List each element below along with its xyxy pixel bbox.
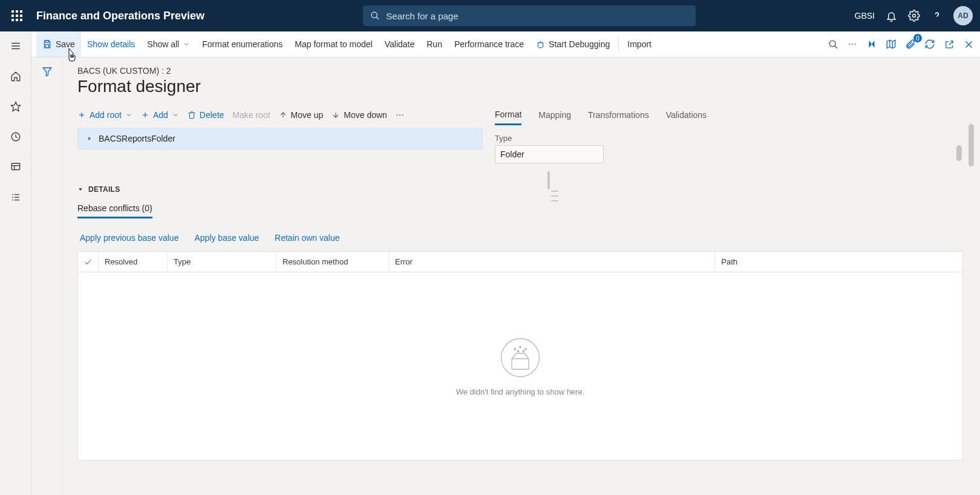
global-search-input[interactable] bbox=[385, 10, 688, 22]
apply-previous-base-link[interactable]: Apply previous base value bbox=[80, 233, 178, 243]
svg-marker-7 bbox=[11, 102, 20, 111]
add-root-button[interactable]: Add root bbox=[77, 110, 132, 120]
svg-rect-40 bbox=[512, 358, 529, 369]
map-format-button[interactable]: Map format to model bbox=[289, 31, 378, 57]
tree-node-label: BACSReportsFolder bbox=[99, 134, 175, 143]
type-value[interactable]: Folder bbox=[495, 145, 604, 163]
environment-label: GBSI bbox=[855, 11, 875, 21]
svg-point-2 bbox=[913, 15, 916, 18]
funnel-icon[interactable] bbox=[42, 66, 53, 495]
format-tree: BACSReportsFolder bbox=[77, 128, 483, 149]
recent-icon[interactable] bbox=[6, 127, 25, 146]
breadcrumb: BACS (UK CUSTOM) : 2 bbox=[77, 66, 963, 76]
splitter-handle[interactable] bbox=[547, 171, 550, 189]
modules-icon[interactable] bbox=[6, 188, 25, 207]
tab-format[interactable]: Format bbox=[495, 105, 521, 125]
details-section-toggle[interactable]: DETAILS bbox=[77, 185, 963, 194]
gear-icon[interactable] bbox=[907, 9, 921, 22]
refresh-icon[interactable] bbox=[923, 38, 936, 51]
svg-point-41 bbox=[514, 348, 516, 350]
tree-toolbar: Add root Add Delete Make root Move up bbox=[77, 105, 483, 125]
global-search[interactable] bbox=[363, 5, 696, 26]
move-up-button[interactable]: Move up bbox=[279, 110, 324, 120]
svg-marker-38 bbox=[79, 188, 82, 191]
svg-point-44 bbox=[517, 350, 519, 352]
more-actions-icon[interactable]: ⋯ bbox=[846, 38, 859, 51]
svg-line-23 bbox=[542, 42, 543, 43]
delete-button[interactable]: Delete bbox=[188, 110, 224, 120]
show-details-button[interactable]: Show details bbox=[81, 31, 141, 57]
svg-rect-9 bbox=[11, 163, 20, 170]
show-all-button[interactable]: Show all bbox=[141, 31, 196, 57]
workspaces-icon[interactable] bbox=[6, 157, 25, 177]
triangle-right-icon bbox=[87, 136, 93, 142]
col-resolved[interactable]: Resolved bbox=[99, 252, 168, 272]
save-label: Save bbox=[56, 39, 75, 49]
popout-icon[interactable] bbox=[942, 38, 956, 51]
col-resolution[interactable]: Resolution method bbox=[276, 252, 389, 272]
move-down-button[interactable]: Move down bbox=[332, 110, 387, 120]
arrow-down-icon bbox=[332, 111, 340, 119]
home-icon[interactable] bbox=[6, 67, 25, 86]
top-bar: Finance and Operations Preview GBSI AD bbox=[0, 0, 980, 31]
retain-own-link[interactable]: Retain own value bbox=[275, 233, 339, 243]
tab-validations[interactable]: Validations bbox=[666, 105, 707, 125]
more-tree-icon[interactable]: ⋯ bbox=[396, 110, 404, 120]
svg-point-42 bbox=[520, 346, 521, 348]
import-button[interactable]: Import bbox=[621, 31, 658, 57]
apply-base-link[interactable]: Apply base value bbox=[194, 233, 259, 243]
svg-point-39 bbox=[501, 338, 540, 376]
validate-button[interactable]: Validate bbox=[379, 31, 421, 57]
map-icon[interactable] bbox=[884, 38, 898, 51]
attachments-icon[interactable]: 0 bbox=[904, 38, 917, 51]
app-title: Finance and Operations Preview bbox=[36, 10, 204, 22]
svg-point-0 bbox=[371, 12, 377, 18]
find-icon[interactable] bbox=[826, 38, 840, 51]
svg-point-45 bbox=[523, 350, 524, 352]
run-button[interactable]: Run bbox=[420, 31, 448, 57]
plus-icon bbox=[77, 111, 86, 119]
performance-trace-button[interactable]: Performance trace bbox=[448, 31, 530, 57]
start-debugging-button[interactable]: Start Debugging bbox=[530, 31, 616, 57]
tab-transformations[interactable]: Transformations bbox=[588, 105, 649, 125]
search-icon bbox=[370, 11, 380, 21]
make-root-button: Make root bbox=[232, 110, 270, 120]
col-type[interactable]: Type bbox=[168, 252, 276, 272]
scrollbar-thumb-inner[interactable] bbox=[956, 145, 962, 161]
select-all-header[interactable] bbox=[78, 252, 99, 272]
scrollbar-thumb[interactable] bbox=[969, 124, 974, 166]
svg-line-1 bbox=[376, 17, 379, 19]
svg-line-25 bbox=[834, 45, 837, 48]
attachment-count-badge: 0 bbox=[913, 34, 922, 42]
connector-icon[interactable] bbox=[865, 38, 878, 51]
col-error[interactable]: Error bbox=[389, 252, 715, 272]
app-launcher-icon[interactable] bbox=[5, 10, 29, 21]
tab-mapping[interactable]: Mapping bbox=[538, 105, 571, 125]
add-button[interactable]: Add bbox=[141, 110, 179, 120]
tree-node-root[interactable]: BACSReportsFolder bbox=[77, 128, 483, 149]
help-icon[interactable] bbox=[930, 9, 944, 22]
format-enumerations-button[interactable]: Format enumerations bbox=[196, 31, 289, 57]
check-icon bbox=[84, 258, 92, 266]
main-content: BACS (UK CUSTOM) : 2 Format designer Add… bbox=[63, 57, 980, 495]
svg-marker-30 bbox=[43, 68, 51, 76]
arrow-up-icon bbox=[279, 111, 287, 119]
chevron-down-icon bbox=[125, 111, 132, 119]
triangle-down-icon bbox=[77, 186, 83, 192]
user-avatar[interactable]: AD bbox=[953, 6, 973, 25]
col-path[interactable]: Path bbox=[715, 252, 962, 272]
bell-icon[interactable] bbox=[884, 9, 898, 22]
left-nav-rail bbox=[0, 31, 31, 495]
tab-rebase-conflicts[interactable]: Rebase conflicts (0) bbox=[77, 200, 152, 218]
save-button[interactable]: Save bbox=[36, 31, 81, 57]
hamburger-icon[interactable] bbox=[6, 36, 25, 56]
star-icon[interactable] bbox=[6, 97, 25, 116]
splitter-grip-icon bbox=[551, 191, 558, 202]
type-label: Type bbox=[495, 134, 963, 143]
svg-point-24 bbox=[829, 41, 835, 47]
command-bar: Save Show details Show all Format enumer… bbox=[31, 31, 980, 57]
grid-empty-state: We didn't find anything to show here. bbox=[78, 272, 962, 460]
conflicts-grid: Resolved Type Resolution method Error Pa… bbox=[77, 251, 963, 461]
chevron-down-icon bbox=[183, 41, 190, 48]
close-icon[interactable] bbox=[962, 38, 975, 51]
